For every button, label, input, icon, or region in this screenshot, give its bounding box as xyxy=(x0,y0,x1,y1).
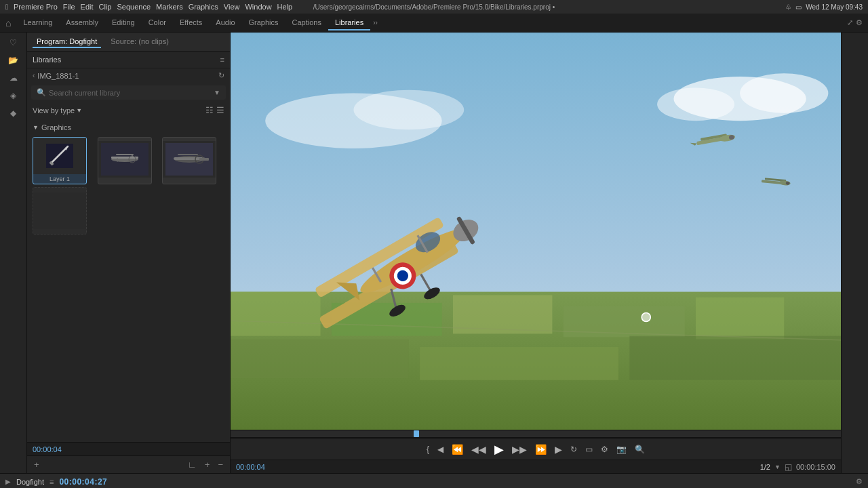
tab-editing[interactable]: Editing xyxy=(105,16,142,30)
tab-effects[interactable]: Effects xyxy=(173,16,209,30)
play-btn[interactable]: ▶ xyxy=(494,442,504,457)
plane2-thumb xyxy=(165,143,213,176)
graphic-thumb-layer1 xyxy=(33,138,86,174)
menu-clip[interactable]: Clip xyxy=(99,3,112,11)
apple-icon[interactable]:  xyxy=(5,3,8,11)
monitor-current-time: 00:00:04 xyxy=(236,463,265,471)
expand-panels-btn[interactable]: ⤢ xyxy=(847,18,853,27)
view-type-selector[interactable]: View by type ▼ xyxy=(33,106,82,115)
panel-delete-btn[interactable]: − xyxy=(216,458,224,471)
menu-help[interactable]: Help xyxy=(277,3,293,11)
timeline-title: Dogfight xyxy=(16,478,44,486)
app-name[interactable]: Premiere Pro xyxy=(14,3,58,11)
monitor-scale-icon: ◱ xyxy=(785,462,792,472)
graphics-grid: Layer 1 xyxy=(33,134,224,237)
insert-btn[interactable]: 🔍 xyxy=(635,445,645,454)
menu-view[interactable]: View xyxy=(224,3,240,11)
local-icon[interactable]: 📂 xyxy=(7,56,20,69)
cloud-icon[interactable]: ☁ xyxy=(7,73,20,87)
timeline-current-time[interactable]: 00:00:04:27 xyxy=(59,477,107,487)
search-dropdown-icon[interactable]: ▼ xyxy=(214,89,220,96)
library-name[interactable]: IMG_1881-1 xyxy=(37,72,79,80)
svg-point-22 xyxy=(353,90,464,130)
workspace-bar: ⌂ Learning Assembly Editing Color Effect… xyxy=(0,14,868,33)
timeline-header: ▶ Dogfight ≡ 00:00:04:27 ⚙ xyxy=(0,474,868,488)
tab-assembly[interactable]: Assembly xyxy=(59,16,105,30)
add-media-btn[interactable]: + xyxy=(33,458,41,471)
tab-libraries[interactable]: Libraries xyxy=(328,16,370,30)
scrubber-playhead[interactable] xyxy=(414,430,419,437)
menu-markers[interactable]: Markers xyxy=(156,3,183,11)
svg-point-19 xyxy=(740,73,828,113)
network-icon[interactable]: ◈ xyxy=(7,91,20,104)
clock: Wed 12 May 09:43 xyxy=(806,3,863,11)
timeline-section: ▶ Dogfight ≡ 00:00:04:27 ⚙ ▶ ↦ ⎋ ⇔ ✎ T +… xyxy=(0,473,868,488)
breadcrumb-arrow: ‹ xyxy=(33,72,35,79)
menu-file[interactable]: File xyxy=(63,3,75,11)
panel-add-btn[interactable]: + xyxy=(203,458,212,471)
graphic-item-empty xyxy=(33,187,87,235)
svg-rect-7 xyxy=(116,154,134,155)
safe-margins-btn[interactable]: ▭ xyxy=(585,445,593,454)
view-bar: View by type ▼ ☷ ☰ xyxy=(27,102,230,118)
tab-color[interactable]: Color xyxy=(142,16,173,30)
panel-header: Program: Dogfight Source: (no clips) xyxy=(27,33,230,52)
menu-graphics[interactable]: Graphics xyxy=(189,3,218,11)
monitor-fit-dropdown[interactable]: ▼ xyxy=(774,464,781,470)
program-tab[interactable]: Program: Dogfight xyxy=(33,36,101,48)
search-input[interactable] xyxy=(49,89,211,97)
libraries-menu-btn[interactable]: ≡ xyxy=(220,56,224,64)
more-tabs-btn[interactable]: ›› xyxy=(373,19,378,26)
graphics-section-title: Graphics xyxy=(41,123,71,131)
graphic-item-layer1[interactable]: Layer 1 xyxy=(33,137,87,184)
monitor-fraction: 1/2 xyxy=(760,463,770,471)
graphic-item-plane2[interactable] xyxy=(162,137,216,184)
svg-point-59 xyxy=(642,312,650,321)
next-keyframe-btn[interactable]: ▶ xyxy=(555,444,562,455)
monitor-controls: { ◀ ⏪ ◀◀ ▶ ▶▶ ⏩ ▶ ↻ ▭ ⚙ 📷 🔍 xyxy=(231,438,841,460)
graphic-thumb-plane2 xyxy=(163,141,216,178)
panel-mark-btn[interactable]: ∟ xyxy=(186,458,198,471)
favorites-icon[interactable]: ♡ xyxy=(7,38,20,52)
graphic-item-plane1[interactable] xyxy=(98,137,152,184)
playback-strip: + ∟ + − xyxy=(27,455,230,473)
workspace-settings-btn[interactable]: ⚙ xyxy=(856,18,863,27)
graphics-section-header[interactable]: ▼ Graphics xyxy=(33,121,224,134)
search-bar[interactable]: 🔍 ▼ xyxy=(31,85,226,100)
current-time: 00:00:04 xyxy=(33,445,62,453)
svg-rect-28 xyxy=(696,298,784,340)
libraries-panel: Program: Dogfight Source: (no clips) Lib… xyxy=(27,33,231,473)
rewind-btn[interactable]: ◀◀ xyxy=(471,444,486,455)
menu-sequence[interactable]: Sequence xyxy=(117,3,151,11)
step-back-btn[interactable]: ⏪ xyxy=(452,444,463,455)
loop-btn[interactable]: ↻ xyxy=(570,445,577,454)
scrubber-track xyxy=(231,430,841,437)
settings-btn[interactable]: ⚙ xyxy=(601,445,608,454)
fast-forward-btn[interactable]: ▶▶ xyxy=(512,444,527,455)
svg-rect-0 xyxy=(46,144,73,168)
tab-graphics[interactable]: Graphics xyxy=(242,16,285,30)
main-layout: ♡ 📂 ☁ ◈ ◆ Program: Dogfight Source: (no … xyxy=(0,33,868,473)
step-forward-btn[interactable]: ⏩ xyxy=(535,444,547,455)
grid-view-icon[interactable]: ☷ xyxy=(205,105,214,115)
scrubber-bar[interactable] xyxy=(231,430,841,438)
tab-captions[interactable]: Captions xyxy=(285,16,328,30)
menu-window[interactable]: Window xyxy=(245,3,271,11)
tab-learning[interactable]: Learning xyxy=(16,16,59,30)
library-sync-icon: ↻ xyxy=(218,71,224,80)
timeline-settings-icon[interactable]: ⚙ xyxy=(856,477,863,486)
timeline-menu-btn[interactable]: ≡ xyxy=(50,478,54,486)
creative-icon[interactable]: ◆ xyxy=(7,108,20,122)
prev-keyframe-btn[interactable]: ◀ xyxy=(437,445,443,454)
view-icons: ☷ ☰ xyxy=(205,105,224,115)
timeline-chevron[interactable]: ▶ xyxy=(5,478,11,485)
system-bar-left:  Premiere Pro File Edit Clip Sequence M… xyxy=(5,3,292,11)
source-tab[interactable]: Source: (no clips) xyxy=(106,36,173,48)
ws-home-icon[interactable]: ⌂ xyxy=(5,18,11,28)
mark-in-btn[interactable]: { xyxy=(427,445,429,454)
list-view-icon[interactable]: ☰ xyxy=(216,105,224,115)
menu-edit[interactable]: Edit xyxy=(81,3,94,11)
tab-audio[interactable]: Audio xyxy=(209,16,241,30)
time-display: 00:00:04 xyxy=(27,442,230,455)
export-frame-btn[interactable]: 📷 xyxy=(616,445,627,454)
